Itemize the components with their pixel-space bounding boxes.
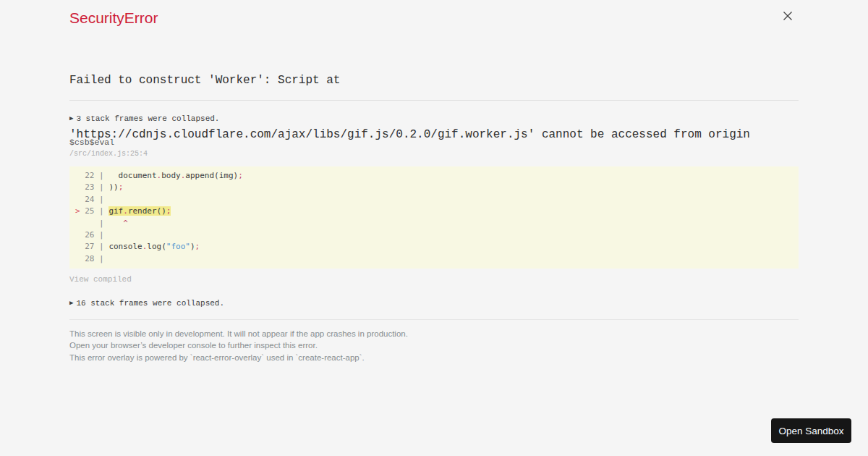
error-title: SecurityError: [69, 9, 158, 28]
stack-frame-function: $csb$eval: [69, 138, 114, 148]
collapse-arrow-icon: ▶: [69, 114, 73, 124]
collapsed-frames-top-label: 3 stack frames were collapsed.: [76, 114, 219, 123]
divider: [69, 100, 799, 101]
collapsed-frames-bottom[interactable]: ▶16 stack frames were collapsed.: [69, 298, 224, 309]
code-line: | ^: [75, 218, 799, 229]
error-message-line: 'https://cdnjs.cloudflare.com/ajax/libs/…: [69, 126, 750, 144]
close-button[interactable]: [780, 9, 796, 25]
error-message-line: Failed to construct 'Worker': Script at: [69, 72, 750, 90]
divider: [69, 319, 799, 320]
code-line: 22 | document.body.append(img);: [75, 170, 799, 182]
collapse-arrow-icon: ▶: [69, 298, 73, 308]
code-frame: 22 | document.body.append(img); 23 | ));…: [69, 166, 799, 269]
footer-line: This screen is visible only in developme…: [69, 328, 408, 339]
code-line: 28 |: [75, 253, 799, 265]
code-line: 24 |: [75, 194, 799, 206]
close-icon: [783, 11, 793, 25]
collapsed-frames-bottom-label: 16 stack frames were collapsed.: [76, 299, 224, 308]
collapsed-frames-top[interactable]: ▶3 stack frames were collapsed.: [69, 114, 219, 124]
code-line: 23 | ));: [75, 182, 799, 193]
footer-line: Open your browser’s developer console to…: [69, 339, 408, 351]
code-line: > 25 | gif.render();: [75, 206, 799, 217]
footer-line: This error overlay is powered by `react-…: [69, 352, 408, 363]
stack-frame-location[interactable]: /src/index.js:25:4: [69, 149, 148, 159]
code-line: 26 |: [75, 229, 799, 241]
open-sandbox-button[interactable]: Open Sandbox: [771, 418, 851, 443]
footer-note: This screen is visible only in developme…: [69, 328, 408, 363]
code-line: 27 | console.log("foo");: [75, 241, 799, 253]
view-compiled-link[interactable]: View compiled: [69, 274, 132, 284]
